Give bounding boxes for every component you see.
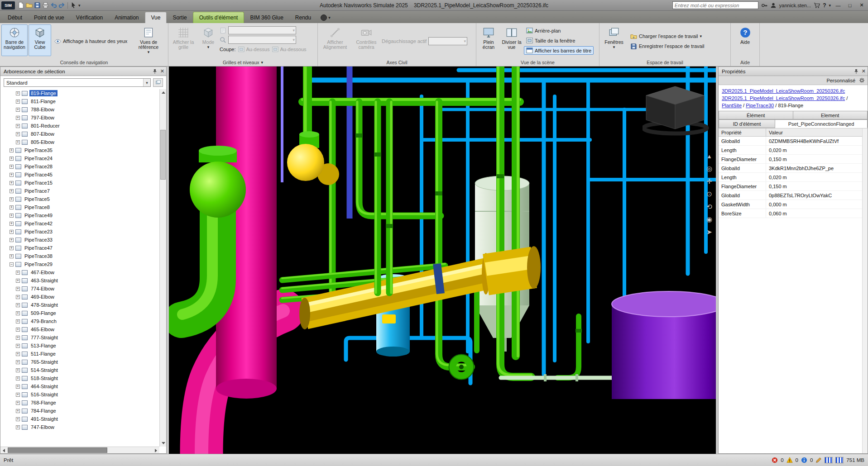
- collapse-icon[interactable]: −: [10, 262, 14, 266]
- window-size-button[interactable]: Taille de la fenêtre: [524, 36, 594, 45]
- tree-item-465-elbow[interactable]: +465-Elbow: [0, 325, 159, 333]
- tree-mode-select[interactable]: Standard ▾: [4, 78, 151, 87]
- expand-icon[interactable]: +: [10, 197, 14, 201]
- undo-icon[interactable]: [50, 2, 57, 9]
- ribbon-tab-v-rification[interactable]: Vérification: [70, 12, 109, 23]
- scene-3d-render[interactable]: .cp{stroke:#00a2f0;fill:none;stroke-line…: [169, 67, 716, 454]
- expand-icon[interactable]: +: [16, 116, 20, 120]
- expand-icon[interactable]: +: [16, 409, 20, 413]
- expand-icon[interactable]: +: [16, 344, 20, 348]
- ribbon-tab-vue[interactable]: Vue: [145, 12, 167, 23]
- scrollbar-thumb[interactable]: [160, 130, 166, 180]
- tree-item-469-elbow[interactable]: +469-Elbow: [0, 293, 159, 301]
- orbit-icon[interactable]: ⟲: [706, 203, 712, 210]
- tree-item-747-elbow[interactable]: +747-Elbow: [0, 423, 159, 431]
- steering-wheel-icon[interactable]: ◎: [706, 165, 712, 172]
- expand-icon[interactable]: +: [16, 108, 20, 112]
- file-link[interactable]: 3DR2025.1_PipeModel_LeicaShowRoom_202503…: [722, 95, 845, 101]
- tree-item-pipetrace47[interactable]: +PipeTrace47: [0, 244, 159, 252]
- view-cube[interactable]: [643, 78, 710, 137]
- info-icon[interactable]: [801, 457, 807, 463]
- expand-icon[interactable]: +: [10, 214, 14, 218]
- tab-element-id[interactable]: ID d'élément: [719, 119, 775, 128]
- background-button[interactable]: Arrière-plan: [524, 26, 594, 35]
- minimize-button[interactable]: —: [834, 1, 843, 9]
- render-mode-icon[interactable]: [321, 14, 327, 21]
- error-icon[interactable]: [772, 457, 778, 463]
- expand-icon[interactable]: +: [10, 246, 14, 250]
- expand-icon[interactable]: +: [10, 205, 14, 209]
- tree-item-pipetrace45[interactable]: +PipeTrace45: [0, 171, 159, 179]
- expand-icon[interactable]: +: [16, 279, 20, 283]
- ribbon-tab-outils-d-l-ment[interactable]: Outils d'élément: [193, 12, 245, 23]
- expand-icon[interactable]: +: [16, 124, 20, 128]
- select-cursor-icon[interactable]: ➤: [706, 228, 712, 235]
- property-row[interactable]: FlangeDiameter0,150 m: [719, 182, 868, 191]
- pin-icon[interactable]: [152, 69, 158, 74]
- viewcube-button[interactable]: View Cube: [29, 24, 51, 56]
- expand-icon[interactable]: +: [16, 336, 20, 340]
- select-cursor-icon[interactable]: [70, 2, 77, 9]
- help-icon[interactable]: ?: [823, 2, 826, 9]
- expand-icon[interactable]: +: [16, 385, 20, 389]
- file-link[interactable]: 3DR2025.1_PipeModel_LeicaShowRoom_202503…: [722, 88, 845, 94]
- ribbon-tab-point-de-vue[interactable]: Point de vue: [28, 12, 70, 23]
- property-row[interactable]: GlobalId3KdkR1Mnn2bhDJhe6ZP_pe: [719, 164, 868, 173]
- user-avatar-icon[interactable]: [770, 2, 777, 9]
- app-store-cart-icon[interactable]: [814, 2, 820, 9]
- sign-in-key-icon[interactable]: [761, 2, 767, 9]
- redo-icon[interactable]: [58, 2, 65, 9]
- tree-item-pipetrace28[interactable]: +PipeTrace28: [0, 162, 159, 171]
- look-around-icon[interactable]: ◉: [706, 216, 712, 223]
- maximize-button[interactable]: □: [845, 1, 854, 9]
- tree-item-pipetrace15[interactable]: +PipeTrace15: [0, 179, 159, 187]
- expand-icon[interactable]: +: [10, 157, 14, 161]
- save-workspace-button[interactable]: Enregistrer l'espace de travail: [628, 42, 707, 51]
- new-document-icon[interactable]: [18, 2, 24, 9]
- save-icon[interactable]: [34, 2, 41, 9]
- dialog-launcher-icon[interactable]: ▾: [261, 59, 264, 66]
- pin-icon[interactable]: [854, 69, 859, 74]
- ribbon-tab-d-but[interactable]: Début: [2, 12, 28, 23]
- scene-viewport[interactable]: .cp{stroke:#00a2f0;fill:none;stroke-line…: [169, 67, 716, 454]
- expand-icon[interactable]: +: [10, 181, 14, 185]
- expand-icon[interactable]: +: [16, 311, 20, 315]
- property-row[interactable]: GlobalId0p88EZTsL7ROryLtOwYakC: [719, 191, 868, 200]
- expand-icon[interactable]: +: [16, 132, 20, 136]
- load-workspace-button[interactable]: Charger l'espace de travail ▾: [628, 32, 707, 41]
- reference-views-button[interactable]: Vues de référence ▾: [134, 24, 163, 56]
- expand-icon[interactable]: +: [16, 303, 20, 307]
- expand-icon[interactable]: +: [10, 148, 14, 152]
- tree-item-511-flange[interactable]: +511-Flange: [0, 350, 159, 358]
- panel-close-icon[interactable]: ✕: [160, 68, 164, 74]
- tree-item-774-elbow[interactable]: +774-Elbow: [0, 285, 159, 293]
- tree-item-478-straight[interactable]: +478-Straight: [0, 301, 159, 309]
- ribbon-tab-rendu[interactable]: Rendu: [289, 12, 317, 23]
- navigation-bar-button[interactable]: Barre de navigation: [1, 24, 28, 56]
- tree-item-pipetrace42[interactable]: +PipeTrace42: [0, 219, 159, 228]
- tab-overflow-dropdown-icon[interactable]: ▾: [328, 15, 331, 20]
- show-title-bars-button[interactable]: Afficher les barres de titre: [524, 46, 594, 55]
- expand-icon[interactable]: +: [16, 319, 20, 323]
- split-view-button[interactable]: Diviser la vue: [500, 24, 523, 56]
- expand-icon[interactable]: +: [16, 368, 20, 372]
- tree-item-pipetrace49[interactable]: +PipeTrace49: [0, 211, 159, 219]
- expand-icon[interactable]: +: [16, 417, 20, 421]
- tree-item-pipetrace33[interactable]: +PipeTrace33: [0, 236, 159, 244]
- tree-item-805-elbow[interactable]: +805-Elbow: [0, 138, 159, 146]
- tree-item-811-flange[interactable]: +811-Flange: [0, 97, 159, 105]
- tree-item-pipetrace38[interactable]: +PipeTrace38: [0, 252, 159, 260]
- expand-icon[interactable]: +: [10, 222, 14, 226]
- tree-item-pipetrace5[interactable]: +PipeTrace5: [0, 195, 159, 203]
- tree-item-464-straight[interactable]: +464-Straight: [0, 382, 159, 390]
- tab-pset-pipeconnectionflanged[interactable]: Pset_PipeConnectionFlanged: [775, 119, 868, 128]
- tree-horizontal-scrollbar[interactable]: [0, 447, 159, 453]
- help-button[interactable]: Aide: [735, 24, 756, 56]
- fullscreen-button[interactable]: Plein écran: [478, 24, 499, 56]
- tree-item-463-straight[interactable]: +463-Straight: [0, 276, 159, 285]
- expand-icon[interactable]: +: [16, 360, 20, 364]
- pan-icon[interactable]: ✛: [706, 178, 712, 185]
- plantsite-link[interactable]: PlantSite: [722, 103, 742, 108]
- tree-item-pipetrace35[interactable]: +PipeTrace35: [0, 146, 159, 154]
- tree-item-765-straight[interactable]: +765-Straight: [0, 358, 159, 366]
